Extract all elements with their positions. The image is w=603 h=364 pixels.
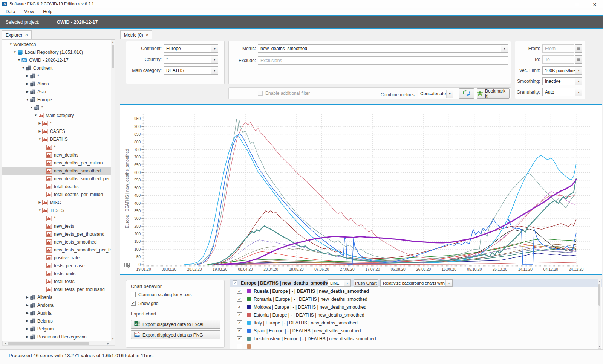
tree-item[interactable]: new_deaths_smoothed (2, 167, 111, 175)
tree-item[interactable]: ▶Andorra (2, 301, 111, 309)
expand-arrow-icon[interactable]: ▶ (25, 311, 30, 315)
series-row[interactable]: ✔Russia | Europe | - | DEATHS | new_deat… (230, 287, 596, 295)
tree-item[interactable]: tests_units (2, 270, 111, 277)
tree-item[interactable]: total_tests_per_thousand (2, 285, 111, 293)
to-input[interactable]: To (542, 55, 574, 64)
restore-button[interactable] (569, 0, 586, 9)
tree-item[interactable]: ▶Bosnia and Herzegovina (2, 333, 111, 341)
series-checkbox[interactable]: ✔ (237, 320, 242, 325)
expand-arrow-icon[interactable]: ▶ (37, 122, 42, 125)
refresh-button[interactable] (459, 88, 474, 99)
tree-item[interactable]: ▶Africa (2, 80, 111, 88)
close-icon[interactable]: ✕ (146, 33, 149, 37)
tree-vertical-scrollbar[interactable]: ▲ ▼ (111, 40, 115, 341)
tree-item[interactable]: ▶MISC (2, 198, 111, 206)
tree-item[interactable]: new_tests_smoothed_per_thousa (2, 246, 111, 254)
tree-item[interactable]: ▶* (2, 72, 111, 80)
tree-item[interactable]: ▼TESTS (2, 206, 111, 214)
tree-item[interactable]: ▼OWID - 2020-12-17 (2, 56, 111, 64)
collapse-arrow-icon[interactable]: ▼ (12, 50, 17, 54)
tree-item[interactable]: new_deaths (2, 151, 111, 159)
series-checkbox[interactable] (237, 344, 242, 349)
scrollbar-thumb[interactable] (8, 342, 89, 345)
tree-item[interactable]: tests_per_case (2, 262, 111, 270)
tree-item[interactable]: ▼Local Repository (1.651.016) (2, 48, 111, 56)
series-row[interactable]: ✔Italy | Europe | - | DEATHS | new_death… (230, 319, 596, 327)
series-row[interactable]: ✔Spain | Europe | - | DEATHS | new_death… (230, 327, 596, 335)
tree-item[interactable]: new_deaths_smoothed_per_milli (2, 175, 111, 183)
scroll-down-icon[interactable]: ▼ (598, 345, 601, 347)
chart-corner-icon[interactable] (124, 262, 131, 269)
collapse-arrow-icon[interactable]: ▼ (25, 98, 30, 101)
expand-arrow-icon[interactable]: ▶ (25, 82, 30, 85)
menu-item-help[interactable]: Help (43, 9, 52, 14)
line-type-select[interactable]: LINE▾ (328, 279, 351, 287)
combine-metrics-select[interactable]: Concatenate▾ (418, 90, 453, 98)
scroll-up-icon[interactable]: ▲ (111, 41, 115, 43)
tree-item[interactable]: * (2, 143, 111, 151)
continent-select[interactable]: Europe▾ (164, 44, 218, 53)
tree-item[interactable]: ▶* (2, 119, 111, 127)
tree-item[interactable]: ▼Main category (2, 111, 111, 119)
series-row[interactable] (230, 343, 596, 349)
tree-item[interactable]: new_tests_per_thousand (2, 230, 111, 238)
series-checkbox[interactable]: ✔ (237, 297, 242, 302)
series-checkbox[interactable]: ✔ (237, 312, 242, 317)
tree-item[interactable]: new_tests (2, 222, 111, 230)
master-series-checkbox[interactable]: ✔ (233, 280, 237, 285)
from-input[interactable]: From (542, 44, 574, 53)
tree-item[interactable]: ▼Workbench (2, 40, 111, 48)
expand-arrow-icon[interactable]: ▶ (25, 74, 30, 78)
show-grid-checkbox[interactable]: ✔ (131, 301, 136, 306)
series-vertical-scrollbar[interactable]: ▲ ▼ (598, 279, 601, 349)
menu-item-data[interactable]: Data (6, 9, 15, 14)
scroll-down-icon[interactable]: ▼ (111, 337, 115, 340)
tree-item[interactable]: ▼Continent (2, 64, 111, 72)
tree-item[interactable]: new_deaths_per_million (2, 159, 111, 167)
series-checkbox[interactable]: ✔ (237, 328, 242, 333)
collapse-arrow-icon[interactable]: ▼ (17, 58, 21, 62)
series-row[interactable]: ✔Estonia | Europe | - | DEATHS | new_dea… (230, 311, 596, 319)
metric-combo[interactable]: new_deaths_smoothed▾ (258, 44, 508, 53)
exclude-input[interactable]: Exclusions (258, 56, 508, 65)
expand-arrow-icon[interactable]: ▶ (37, 129, 42, 133)
granularity-select[interactable]: Auto▾ (542, 88, 582, 96)
close-icon[interactable]: ✕ (25, 33, 28, 37)
scrollbar-thumb[interactable] (112, 45, 114, 68)
expand-arrow-icon[interactable]: ▶ (37, 201, 42, 204)
series-row[interactable]: ✔Romania | Europe | - | DEATHS | new_dea… (230, 295, 596, 303)
tree-item[interactable]: ▼Europe (2, 96, 111, 104)
tree-item[interactable]: ▼* (2, 104, 111, 111)
tab-metric[interactable]: Metric (0) ✕ (120, 30, 152, 39)
expand-arrow-icon[interactable]: ▶ (25, 90, 30, 93)
main-category-select[interactable]: DEATHS▾ (164, 66, 218, 75)
tree-item[interactable]: ▶CASES (2, 127, 111, 135)
collapse-arrow-icon[interactable]: ▼ (37, 137, 42, 141)
enable-additional-filter-checkbox[interactable] (258, 91, 263, 96)
tree-item[interactable]: ▶Asia (2, 88, 111, 96)
chart-canvas[interactable]: 0501001502002503003504004505005506006507… (120, 105, 602, 274)
tab-explorer[interactable]: Explorer ✕ (2, 30, 32, 39)
export-png-button[interactable]: PNG Export displayed data as PNG (131, 330, 220, 339)
common-scaling-checkbox[interactable] (131, 292, 136, 297)
tree-item[interactable]: ▼DEATHS (2, 135, 111, 143)
expand-arrow-icon[interactable]: ▶ (25, 319, 30, 323)
tree-item[interactable]: ▶Belarus (2, 317, 111, 325)
tree-item[interactable]: total_deaths (2, 183, 111, 190)
expand-arrow-icon[interactable]: ▶ (25, 327, 30, 330)
vec-limit-select[interactable]: 100K points/line▾ (542, 66, 582, 75)
series-checkbox[interactable]: ✔ (237, 305, 242, 309)
scroll-right-icon[interactable]: ▶ (106, 342, 110, 345)
collapse-arrow-icon[interactable]: ▼ (8, 43, 13, 46)
collapse-arrow-icon[interactable]: ▼ (21, 66, 26, 70)
export-excel-button[interactable]: X Export displayed data to Excel (131, 320, 220, 329)
collapse-arrow-icon[interactable]: ▼ (37, 209, 42, 212)
to-calendar-button[interactable]: ▦ (575, 55, 582, 64)
country-select[interactable]: *▾ (164, 55, 218, 64)
minimize-button[interactable]: ─ (551, 0, 569, 9)
tree-item[interactable]: ▶Belgium (2, 325, 111, 333)
collapse-arrow-icon[interactable]: ▼ (29, 106, 34, 109)
series-row[interactable]: ✔Liechtenstein | Europe | - | DEATHS | n… (230, 335, 596, 343)
push-chart-button[interactable]: Push Chart (354, 279, 378, 287)
relativize-select[interactable]: Relativize background charts with this▾ (380, 279, 453, 287)
